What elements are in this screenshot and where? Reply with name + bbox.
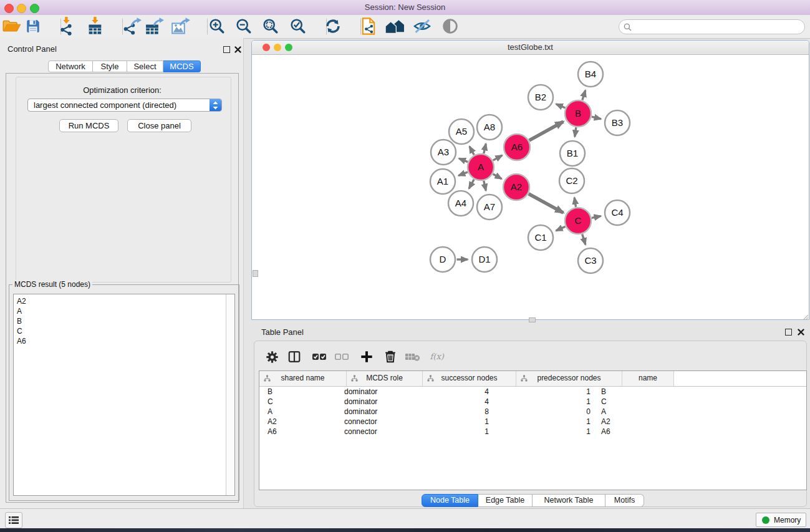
edge-B-B3[interactable]: [592, 117, 601, 119]
function-builder-icon[interactable]: f(x): [429, 349, 445, 365]
network-canvas[interactable]: B4B2BB3A5A8A6B1A3AA1C2A2A4A7C4CC1C3DD1: [252, 55, 809, 319]
edge-B-B2[interactable]: [556, 104, 566, 108]
column-header-successor-nodes[interactable]: successor nodes: [423, 371, 516, 386]
edge-A-A2[interactable]: [493, 174, 502, 179]
run-mcds-button[interactable]: Run MCDS: [59, 119, 118, 132]
graph-node-B4[interactable]: B4: [578, 62, 603, 87]
export-network-icon[interactable]: [123, 17, 141, 36]
mcds-result-list[interactable]: A2ABCA6: [13, 294, 235, 496]
table-settings-icon[interactable]: [264, 349, 280, 365]
graph-node-A5[interactable]: A5: [449, 119, 474, 144]
graph-node-B[interactable]: B: [565, 100, 591, 127]
open-file-icon[interactable]: [2, 17, 20, 36]
mcds-result-item[interactable]: C: [14, 326, 234, 336]
close-table-panel-icon[interactable]: [798, 329, 804, 336]
network-minimize-button[interactable]: [274, 44, 281, 51]
graph-node-C4[interactable]: C4: [605, 200, 630, 225]
column-header-predecessor-nodes[interactable]: predecessor nodes: [516, 371, 622, 386]
close-window-button[interactable]: [4, 4, 14, 13]
select-all-icon[interactable]: [311, 349, 327, 365]
edge-A6-B[interactable]: [529, 122, 564, 140]
edge-A-A6[interactable]: [493, 155, 503, 160]
edge-B-B1[interactable]: [575, 127, 576, 137]
close-panel-button[interactable]: Close panel: [127, 119, 191, 132]
result-scrollbar[interactable]: [226, 294, 234, 495]
open-recent-session-icon[interactable]: [360, 17, 377, 36]
table-row[interactable]: Bdominator41B: [259, 387, 806, 397]
graph-node-C2[interactable]: C2: [559, 168, 584, 193]
edge-A-A8[interactable]: [484, 143, 486, 153]
graph-node-B3[interactable]: B3: [605, 110, 630, 135]
refresh-styles-icon[interactable]: [324, 17, 342, 36]
memory-button[interactable]: Memory: [756, 513, 806, 527]
network-zoom-button[interactable]: [285, 44, 292, 51]
mcds-result-item[interactable]: A: [14, 306, 234, 316]
graph-node-C3[interactable]: C3: [578, 248, 603, 273]
edge-A2-C[interactable]: [529, 194, 564, 213]
column-header-shared-name[interactable]: shared name: [259, 371, 347, 386]
node-table[interactable]: shared nameMCDS rolesuccessor nodesprede…: [259, 370, 807, 490]
scrollbar-grip-horizontal[interactable]: [529, 317, 536, 322]
graph-node-A6[interactable]: A6: [504, 134, 530, 160]
tab-network[interactable]: Network: [48, 60, 93, 72]
mcds-result-item[interactable]: A2: [14, 296, 234, 306]
home-icon[interactable]: [386, 17, 403, 36]
graph-node-C[interactable]: C: [565, 208, 591, 234]
graph-node-A4[interactable]: A4: [448, 191, 473, 216]
delete-table-icon[interactable]: [405, 349, 421, 365]
zoom-out-icon[interactable]: [235, 17, 253, 36]
show-graphics-details-icon[interactable]: [441, 17, 459, 36]
edge-C-C3[interactable]: [582, 234, 586, 244]
tab-style[interactable]: Style: [93, 60, 127, 72]
close-panel-icon[interactable]: [234, 46, 241, 53]
optimization-criterion-select[interactable]: largest connected component (directed): [27, 99, 222, 112]
zoom-selected-icon[interactable]: [289, 17, 307, 36]
graph-node-D1[interactable]: D1: [472, 247, 497, 272]
edge-C-C1[interactable]: [556, 226, 566, 231]
network-window-titlebar[interactable]: testGlobe.txt: [252, 41, 809, 55]
search-input[interactable]: [619, 19, 805, 34]
save-session-icon[interactable]: [24, 17, 42, 36]
window-resize-grip[interactable]: [802, 314, 808, 320]
export-image-icon[interactable]: [172, 17, 190, 36]
edge-C-C2[interactable]: [574, 198, 576, 207]
graph-node-B1[interactable]: B1: [560, 141, 585, 166]
graph-node-A1[interactable]: A1: [430, 169, 455, 194]
hide-graphics-details-icon[interactable]: [413, 17, 431, 36]
edge-C-C4[interactable]: [592, 216, 601, 218]
tab-network-table[interactable]: Network Table: [533, 494, 605, 507]
edge-A-A4[interactable]: [469, 180, 474, 189]
table-row[interactable]: Cdominator41C: [259, 397, 806, 407]
edge-A-A1[interactable]: [458, 172, 468, 176]
graph-node-C1[interactable]: C1: [528, 225, 553, 250]
zoom-fit-icon[interactable]: [262, 17, 279, 36]
task-history-button[interactable]: [5, 512, 22, 528]
export-table-icon[interactable]: [146, 17, 163, 36]
mcds-result-item[interactable]: B: [14, 316, 234, 326]
table-row[interactable]: A6connector11A6: [259, 427, 806, 437]
column-header-MCDS-role[interactable]: MCDS role: [347, 371, 423, 386]
network-close-button[interactable]: [263, 44, 270, 51]
graph-node-A3[interactable]: A3: [431, 140, 456, 165]
edge-A-A3[interactable]: [459, 158, 468, 162]
float-panel-icon[interactable]: [223, 46, 230, 53]
table-row[interactable]: Adominator80A: [259, 407, 806, 417]
graph-node-A8[interactable]: A8: [477, 115, 502, 140]
float-table-panel-icon[interactable]: [785, 329, 792, 336]
tab-edge-table[interactable]: Edge Table: [478, 494, 533, 507]
import-table-icon[interactable]: [87, 17, 104, 36]
graph-node-A[interactable]: A: [468, 154, 494, 180]
column-visibility-icon[interactable]: [286, 349, 302, 365]
graph-node-B2[interactable]: B2: [528, 85, 553, 110]
tab-select[interactable]: Select: [127, 60, 163, 72]
add-column-icon[interactable]: [359, 349, 375, 365]
edge-A-A7[interactable]: [484, 181, 486, 191]
graph-node-D[interactable]: D: [430, 247, 455, 272]
mcds-result-item[interactable]: A6: [14, 336, 234, 346]
zoom-window-button[interactable]: [30, 4, 39, 13]
scrollbar-grip-vertical[interactable]: [253, 270, 258, 277]
tab-mcds[interactable]: MCDS: [163, 60, 201, 72]
edge-B-B4[interactable]: [582, 90, 586, 100]
graph-node-A2[interactable]: A2: [503, 174, 529, 200]
delete-column-icon[interactable]: [382, 349, 398, 365]
